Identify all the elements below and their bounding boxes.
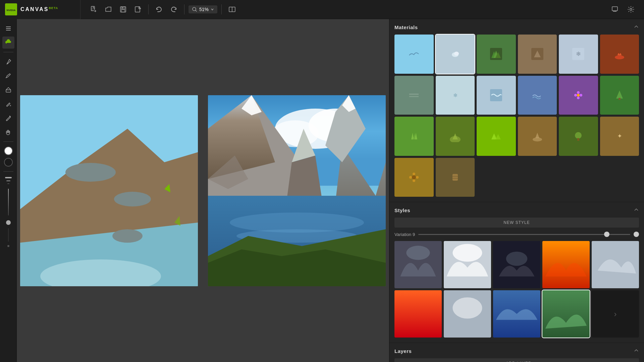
brush-size-slider[interactable] [8,189,9,216]
style-thumb-8[interactable] [493,290,540,338]
svg-rect-7 [122,7,123,8]
pen-tool-icon[interactable] [2,70,14,82]
svg-text:❄: ❄ [453,93,457,98]
material-item-barrel[interactable] [436,158,475,197]
brush-size [5,177,12,184]
svg-point-72 [577,97,580,99]
brush-size-dot [6,220,11,225]
left-sidebar [0,19,17,362]
save-button[interactable] [117,3,129,16]
app-logo: NVIDIA CANVASBETA [0,0,80,19]
material-item-lava[interactable] [600,35,639,74]
fill-tool-icon[interactable] [2,98,14,110]
layers-title: Layers [394,348,412,354]
material-item-grass[interactable] [477,35,516,74]
svg-rect-114 [394,290,442,338]
new-file-button[interactable] [87,3,100,16]
material-item-wave[interactable] [477,76,516,115]
material-item-hill[interactable] [436,117,475,156]
style-thumb-9[interactable] [542,290,590,338]
material-item-snow[interactable]: ❄ [559,35,598,74]
material-item-sand[interactable] [518,117,557,156]
layers-section: Layers + ADD LAYER New Layer 1 [389,343,644,362]
undo-button[interactable] [153,3,165,16]
material-item-fog[interactable] [394,76,434,115]
material-item-snow2[interactable]: ❄ [436,76,475,115]
style-thumb-10[interactable]: › [592,290,639,338]
new-style-button[interactable]: NEW STYLE [394,218,639,228]
notifications-button[interactable] [608,3,621,16]
svg-point-13 [630,8,632,10]
svg-point-73 [574,94,577,97]
material-item-sky[interactable] [394,35,434,74]
svg-rect-77 [619,98,621,100]
svg-rect-93 [577,138,579,141]
materials-section: Materials ❄ [389,19,644,202]
material-item-tree[interactable] [600,76,639,115]
materials-grid: ❄ ❄ [394,35,639,197]
background-color[interactable] [4,158,13,167]
style-thumb-3[interactable] [493,241,540,288]
svg-point-101 [409,176,412,179]
style-thumb-6[interactable] [394,290,442,338]
svg-text:✦: ✦ [617,133,622,139]
redo-button[interactable] [167,3,180,16]
export-button[interactable] [131,3,144,16]
svg-point-92 [575,132,582,139]
eraser-tool-icon[interactable] [2,84,14,96]
brush-size-slider-lower [8,228,9,242]
menu-icon[interactable] [2,22,14,35]
style-thumb-2[interactable] [444,241,491,288]
material-item-sparkle[interactable]: ✦ [600,117,639,156]
style-thumb-1[interactable] [394,241,442,288]
variation-indicator [634,232,639,237]
materials-collapse[interactable] [634,24,639,31]
style-thumb-7[interactable] [444,290,491,338]
brush-tool-icon[interactable] [2,56,14,68]
sidebar-divider-2 [3,141,13,142]
variation-row: Variation 9 [394,232,639,237]
open-file-button[interactable] [102,3,115,16]
materials-header: Materials [394,24,639,31]
sidebar-divider-3 [3,171,13,172]
canvas-left[interactable] [20,95,198,286]
svg-rect-6 [121,10,125,12]
svg-rect-8 [135,7,140,12]
svg-point-25 [65,163,116,182]
zoom-control[interactable]: 51% [189,5,217,13]
material-item-greenlt[interactable] [477,117,516,156]
split-view-button[interactable] [226,3,238,16]
svg-point-19 [10,105,11,106]
layers-collapse[interactable] [634,348,639,354]
material-item-oaktree[interactable] [559,117,598,156]
material-item-flower[interactable] [559,76,598,115]
svg-rect-112 [542,241,590,288]
styles-grid: › [394,241,639,338]
svg-rect-12 [612,7,618,11]
material-item-ocean[interactable] [518,76,557,115]
material-item-grass2[interactable] [394,117,434,156]
topbar-right [608,3,644,16]
styles-title: Styles [394,207,410,213]
styles-header: Styles [394,207,639,214]
settings-button[interactable] [625,3,637,16]
material-item-sunflower[interactable] [394,158,434,197]
add-layer-button[interactable]: + ADD LAYER [394,358,639,362]
foreground-color[interactable] [4,146,13,155]
material-item-rock[interactable] [518,35,557,74]
topbar: NVIDIA CANVASBETA [0,0,644,19]
topbar-tools: 51% [80,0,245,19]
svg-point-70 [577,94,580,97]
svg-point-97 [412,175,416,179]
picker-tool-icon[interactable] [2,112,14,124]
style-thumb-4[interactable] [542,241,590,288]
divider-1 [148,4,149,14]
variation-slider[interactable] [418,234,630,235]
hand-tool-icon[interactable] [2,126,14,138]
material-item-cloud[interactable] [436,35,475,74]
cloud-tool-icon[interactable] [2,37,14,49]
svg-text:❄: ❄ [576,51,581,57]
svg-point-109 [452,244,482,262]
styles-collapse[interactable] [634,207,639,214]
style-thumb-5[interactable] [592,241,639,288]
